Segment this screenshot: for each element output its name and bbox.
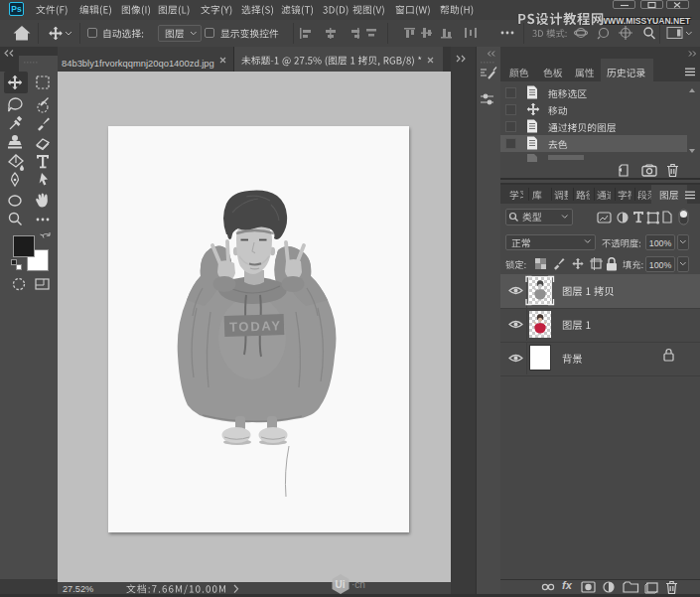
svg-text:·cn: ·cn xyxy=(351,579,365,590)
svg-text:Ui: Ui xyxy=(336,579,346,590)
